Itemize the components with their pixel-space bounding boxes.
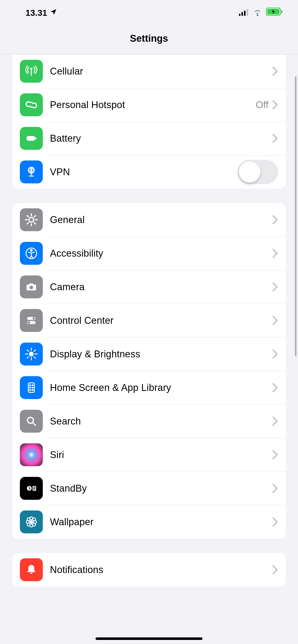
row-battery[interactable]: Battery — [12, 122, 286, 155]
row-personal-hotspot[interactable]: Personal Hotspot Off — [12, 88, 286, 122]
group-device: General Accessibility Camera Control Cen… — [12, 203, 286, 539]
row-standby[interactable]: StandBy — [12, 472, 286, 505]
row-search[interactable]: Search — [12, 404, 286, 438]
svg-line-34 — [27, 357, 29, 358]
row-label: Control Center — [50, 315, 272, 326]
row-wallpaper[interactable]: Wallpaper — [12, 505, 286, 539]
svg-point-36 — [30, 385, 31, 386]
scrollbar-thumb[interactable] — [295, 76, 296, 356]
row-accessibility[interactable]: Accessibility — [12, 237, 286, 270]
svg-point-39 — [32, 387, 33, 388]
sun-icon — [20, 343, 43, 365]
row-notifications[interactable]: Notifications — [12, 553, 286, 587]
settings-list[interactable]: Cellular Personal Hotspot Off Battery — [0, 54, 298, 587]
row-detail: Off — [256, 99, 268, 110]
row-label: Search — [50, 416, 272, 427]
chevron-right-icon — [272, 282, 278, 292]
group-connectivity: Cellular Personal Hotspot Off Battery — [12, 54, 286, 189]
chevron-right-icon — [272, 416, 278, 426]
svg-line-16 — [34, 223, 36, 224]
chevron-right-icon — [272, 484, 278, 493]
camera-icon — [20, 275, 43, 298]
svg-rect-9 — [35, 137, 36, 139]
home-indicator[interactable] — [96, 637, 202, 640]
svg-point-20 — [31, 250, 32, 251]
row-control-center[interactable]: Control Center — [12, 304, 286, 337]
svg-line-17 — [34, 216, 36, 217]
row-label: Cellular — [50, 66, 272, 77]
cellular-signal-icon — [239, 8, 249, 18]
svg-rect-0 — [239, 14, 240, 16]
globe-stand-icon — [20, 160, 43, 183]
status-left: 13.31 — [25, 8, 57, 18]
svg-point-38 — [30, 387, 31, 388]
svg-line-31 — [27, 350, 29, 352]
chevron-right-icon — [272, 66, 278, 76]
svg-line-43 — [33, 423, 36, 426]
svg-point-40 — [30, 390, 31, 391]
row-label: Wallpaper — [50, 517, 272, 528]
svg-rect-1 — [241, 12, 243, 16]
flower-icon — [20, 510, 43, 533]
wifi-icon — [253, 8, 262, 18]
svg-line-33 — [34, 350, 36, 352]
svg-point-44 — [27, 486, 32, 491]
svg-point-37 — [32, 385, 33, 386]
svg-point-54 — [27, 518, 30, 521]
chevron-right-icon — [272, 134, 278, 143]
svg-line-18 — [27, 223, 29, 224]
svg-rect-6 — [281, 10, 282, 13]
chevron-right-icon — [272, 383, 278, 392]
chevron-right-icon — [272, 565, 278, 575]
link-icon — [20, 93, 43, 116]
row-label: Camera — [50, 282, 272, 292]
status-right — [239, 8, 283, 18]
antenna-icon — [20, 60, 43, 83]
row-label: StandBy — [50, 483, 272, 494]
status-bar: 13.31 — [0, 0, 298, 25]
row-display-brightness[interactable]: Display & Brightness — [12, 337, 286, 371]
status-time: 13.31 — [25, 8, 47, 18]
row-label: VPN — [50, 167, 237, 178]
svg-point-49 — [30, 521, 32, 523]
svg-rect-8 — [26, 136, 35, 141]
chevron-right-icon — [272, 316, 278, 325]
battery-charging-icon — [266, 8, 283, 18]
switches-icon — [20, 309, 43, 332]
svg-point-25 — [28, 321, 30, 324]
row-home-screen[interactable]: Home Screen & App Library — [12, 371, 286, 404]
siri-icon — [20, 443, 43, 466]
row-camera[interactable]: Camera — [12, 270, 286, 304]
row-general[interactable]: General — [12, 203, 286, 237]
row-label: Display & Brightness — [50, 349, 272, 360]
bell-icon — [20, 558, 43, 581]
svg-point-41 — [32, 390, 33, 391]
chevron-right-icon — [272, 100, 278, 110]
row-label: Notifications — [50, 564, 272, 575]
svg-point-7 — [31, 68, 32, 70]
vpn-toggle[interactable] — [237, 160, 278, 184]
svg-line-15 — [27, 216, 29, 217]
gear-icon — [20, 208, 43, 231]
row-label: Personal Hotspot — [50, 99, 256, 110]
page-title: Settings — [0, 25, 298, 54]
chevron-right-icon — [272, 215, 278, 225]
row-label: Battery — [50, 133, 272, 144]
row-siri[interactable]: Siri — [12, 438, 286, 472]
svg-rect-3 — [247, 9, 248, 16]
row-vpn[interactable]: VPN — [12, 155, 286, 189]
standby-icon — [20, 477, 43, 500]
battery-icon — [20, 127, 43, 150]
chevron-right-icon — [272, 248, 278, 258]
chevron-right-icon — [272, 349, 278, 359]
svg-point-21 — [30, 286, 33, 289]
accessibility-icon — [20, 242, 43, 265]
chevron-right-icon — [272, 517, 278, 527]
row-label: Siri — [50, 449, 272, 460]
apps-icon — [20, 376, 43, 399]
row-label: Accessibility — [50, 248, 272, 259]
row-label: General — [50, 214, 272, 225]
row-cellular[interactable]: Cellular — [12, 54, 286, 88]
svg-point-26 — [29, 352, 34, 357]
svg-line-32 — [34, 357, 36, 358]
